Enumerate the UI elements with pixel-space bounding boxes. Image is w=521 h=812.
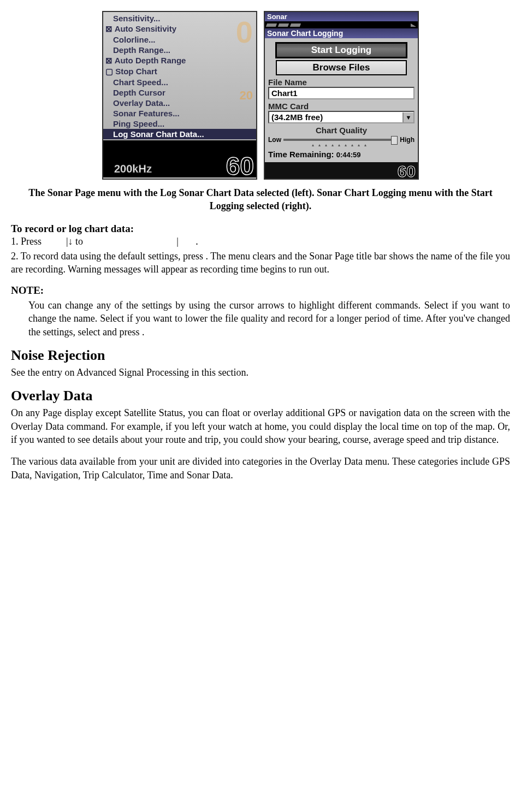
overlay-data-p2: The various data available from your uni… xyxy=(11,455,510,482)
step-1: 1. Press |↓ to | . xyxy=(11,236,510,247)
note-heading: NOTE: xyxy=(11,285,510,297)
figure-caption: The Sonar Page menu with the Log Sonar C… xyxy=(11,186,510,213)
overlay-data-p1: On any Page display except Satellite Sta… xyxy=(11,406,510,446)
depth-0-overlay: 0 xyxy=(236,14,253,50)
step-2: 2. To record data using the default sett… xyxy=(11,250,510,276)
noise-rejection-body: See the entry on Advanced Signal Process… xyxy=(11,366,510,379)
menu-stop-chart[interactable]: Stop Chart xyxy=(103,66,256,77)
window-title: Sonar xyxy=(265,12,418,21)
menu-colorline[interactable]: Colorline... xyxy=(103,34,256,45)
noise-rejection-heading: Noise Rejection xyxy=(11,347,510,364)
menu-sensitivity[interactable]: Sensitivity... xyxy=(103,13,256,23)
slider-thumb[interactable] xyxy=(391,136,398,145)
menu-overlay-data[interactable]: Overlay Data... xyxy=(103,98,256,108)
menu-auto-depth-range[interactable]: Auto Depth Range xyxy=(103,55,256,66)
frequency-label: 200kHz xyxy=(114,163,152,175)
depth-reading-right: 60 xyxy=(398,162,416,181)
menu-auto-sensitivity[interactable]: Auto Sensitivity xyxy=(103,23,256,34)
time-remaining-row: Time Remaining: 0:44:59 xyxy=(268,150,415,159)
chart-quality-label: Chart Quality xyxy=(268,126,415,135)
time-remaining-label: Time Remaining: xyxy=(268,150,334,159)
browse-files-button[interactable]: Browse Files xyxy=(276,60,407,75)
step1-part-d: . xyxy=(196,236,198,247)
step1-part-a: 1. Press xyxy=(11,236,44,247)
sonar-footer: 200kHz 60 xyxy=(103,140,256,177)
step1-part-b: |↓ to xyxy=(66,236,86,247)
file-name-input[interactable]: Chart1 xyxy=(268,87,415,99)
start-logging-button[interactable]: Start Logging xyxy=(276,43,407,58)
depth-reading: 60 xyxy=(226,151,254,181)
step1-part-c: | xyxy=(176,236,179,247)
right-footer: 60 xyxy=(265,162,418,179)
menu-depth-cursor[interactable]: Depth Cursor xyxy=(103,87,256,98)
record-heading: To record or log chart data: xyxy=(11,223,510,235)
mmc-card-label: MMC Card xyxy=(268,102,415,111)
slider-low-label: Low xyxy=(268,136,281,144)
file-name-label: File Name xyxy=(268,78,415,87)
mmc-card-value: (34.2MB free) xyxy=(269,112,402,122)
depth-20-overlay: 20 xyxy=(240,88,253,103)
menu-sonar-features[interactable]: Sonar Features... xyxy=(103,108,256,118)
note-body: You can change any of the settings by us… xyxy=(11,299,510,339)
mmc-card-select[interactable]: (34.2MB free) ▼ xyxy=(268,111,415,123)
overlay-data-heading: Overlay Data xyxy=(11,388,510,404)
menu-log-sonar-chart-data[interactable]: Log Sonar Chart Data... xyxy=(103,129,256,139)
sonar-page-menu-screenshot: 0 20 Sensitivity... Auto Sensitivity Col… xyxy=(102,11,257,180)
menu-depth-range[interactable]: Depth Range... xyxy=(103,45,256,55)
slider-high-label: High xyxy=(400,136,415,144)
sonar-chart-logging-screenshot: Sonar Sonar Chart Logging Start Logging … xyxy=(264,11,419,180)
menu-chart-speed[interactable]: Chart Speed... xyxy=(103,77,256,87)
chevron-down-icon[interactable]: ▼ xyxy=(402,112,413,122)
time-remaining-value: 0:44:59 xyxy=(336,151,361,159)
sonar-top-bar xyxy=(265,21,418,29)
dialog-title: Sonar Chart Logging xyxy=(265,28,418,38)
screenshot-row: 0 20 Sensitivity... Auto Sensitivity Col… xyxy=(11,11,510,180)
menu-ping-speed[interactable]: Ping Speed... xyxy=(103,118,256,129)
